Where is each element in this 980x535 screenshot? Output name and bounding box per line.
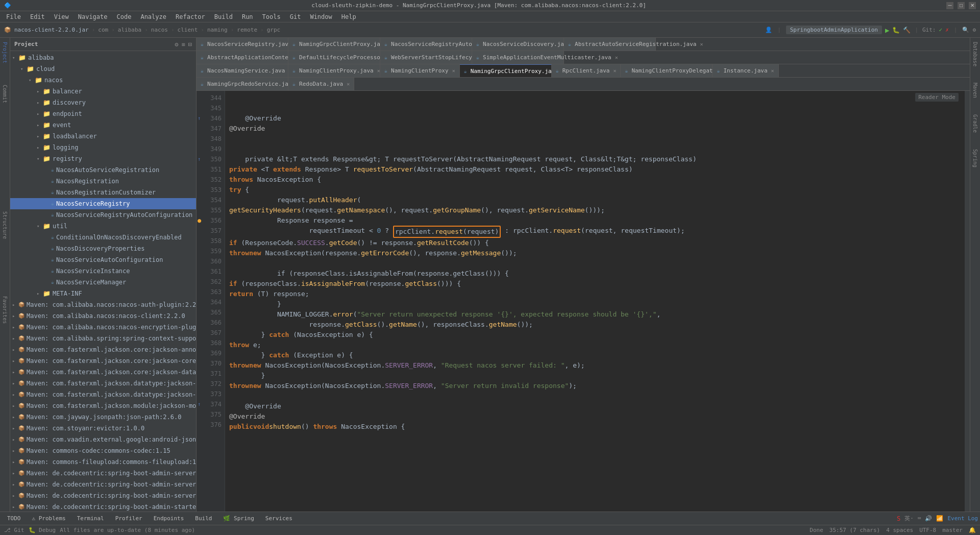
tree-item-maven--com-alibaba-nacos-nacos-client-2-2-0[interactable]: ▸📦Maven: com.alibaba.nacos:nacos-client:… [10, 310, 196, 322]
database-panel-icon[interactable]: Database [971, 40, 979, 68]
maximize-button[interactable]: □ [958, 2, 965, 9]
git-branch[interactable]: master [942, 527, 963, 533]
tab-naming-client-proxy-java[interactable]: ☕NamingClientProxy.java✕ [288, 64, 380, 77]
tab-nacos-service-registry[interactable]: ☕NacosServiceRegistry.java✕ [197, 38, 288, 51]
favorites-panel-icon[interactable]: Favorites [1, 294, 9, 326]
tab-web-server-start[interactable]: ☕WebServerStartStopLifecycle.java✕ [380, 51, 472, 64]
tree-item-maven--de-codecentric-spring-boot-admin-server-ui-2-6-6[interactable]: ▸📦Maven: de.codecentric:spring-boot-admi… [10, 490, 196, 501]
run-config[interactable]: SpringbootAdminApplication [786, 26, 882, 34]
tree-item-maven--com-vaadin-external-google-android-json-0-0-20131108-vaadin---[interactable]: ▸📦Maven: com.vaadin.external.google:andr… [10, 434, 196, 445]
tree-item-conditionalonnacosdiscoveryenabled[interactable]: ☕ConditionalOnNacosDiscoveryEnabled [10, 232, 196, 243]
tree-item-discovery[interactable]: ▸📁discovery [10, 97, 196, 108]
close-button[interactable]: ✕ [969, 2, 976, 9]
tree-item-maven--commons-codec-commons-codec-1-15[interactable]: ▸📦Maven: commons-codec:commons-codec:1.1… [10, 445, 196, 456]
tree-item-maven--com-fasterxml-jackson-datatype-jackson-datatype-jdk8-2-13-4[interactable]: ▸📦Maven: com.fasterxml.jackson.datatype:… [10, 378, 196, 389]
tab-default-lifecycle[interactable]: ☕DefaultLifecycleProcessor.java✕ [288, 51, 380, 64]
spring-panel-icon[interactable]: Spring [971, 147, 979, 169]
bc-alibaba[interactable]: alibaba [118, 27, 141, 33]
tree-item-nacosdiscoveryproperties[interactable]: ☕NacosDiscoveryProperties [10, 243, 196, 254]
tree-item-maven--de-codecentric-spring-boot-admin-starter-server-2-6-6[interactable]: ▸📦Maven: de.codecentric:spring-boot-admi… [10, 501, 196, 512]
tree-item-util[interactable]: ▾📁util [10, 221, 196, 232]
sidebar-gear-icon[interactable]: ⚙ [175, 41, 178, 48]
tab-naming-grpc-proxy-1[interactable]: ☕NamingGrpcClientProxy.java✕ [288, 38, 380, 51]
build-button[interactable]: 🔨 [903, 27, 911, 34]
tab-nacos-registry-auto-config[interactable]: ☕NacosServiceRegistryAutoConfiguration.j… [380, 38, 472, 51]
maven-panel-icon[interactable]: Maven [971, 81, 979, 100]
tree-item-nacosautoserviceregistration[interactable]: ☕NacosAutoServiceRegistration [10, 164, 196, 176]
tree-item-endpoint[interactable]: ▸📁endpoint [10, 108, 196, 119]
debug-button[interactable]: 🐛 [892, 27, 900, 34]
indent-settings[interactable]: 4 spaces [886, 527, 913, 533]
tab-nacos-service-discovery[interactable]: ☕NacosServiceDiscovery.java✕ [472, 38, 564, 51]
bc-grpc[interactable]: grpc [267, 27, 281, 33]
tree-item-maven--de-codecentric-spring-boot-admin-server-cloud-2-6-6[interactable]: ▸📦Maven: de.codecentric:spring-boot-admi… [10, 479, 196, 490]
tab-terminal[interactable]: Terminal [72, 514, 109, 523]
tab-endpoints[interactable]: Endpoints [149, 514, 189, 523]
tab-naming-grpc-proxy-active[interactable]: ☕NamingGrpcClientProxy.java✕ [460, 64, 552, 77]
tree-item-maven--com-fasterxml-jackson-core-jackson-databind-2-13-4-2[interactable]: ▸📦Maven: com.fasterxml.jackson.core:jack… [10, 367, 196, 378]
commit-panel-icon[interactable]: Commit [1, 83, 9, 105]
gear-icon[interactable]: ⚙ [972, 27, 976, 33]
menu-navigate[interactable]: Navigate [74, 12, 112, 21]
bc-nacos[interactable]: nacos [151, 27, 168, 33]
menu-code[interactable]: Code [113, 12, 136, 21]
project-panel-icon[interactable]: Project [1, 40, 9, 65]
tree-item-nacosserviceautoconfiguration[interactable]: ☕NacosServiceAutoConfiguration [10, 254, 196, 265]
tree-item-loadbalancer[interactable]: ▸📁loadbalancer [10, 131, 196, 142]
debug-tab[interactable]: 🐛 Debug [29, 527, 56, 533]
tab-nacos-naming-service[interactable]: ☕NacosNamingService.java✕ [197, 64, 288, 77]
bc-com[interactable]: com [98, 27, 108, 33]
tree-item-logging[interactable]: ▸📁logging [10, 142, 196, 153]
event-log-link[interactable]: Event Log [947, 515, 978, 522]
tab-redo-data[interactable]: ☕RedoData.java✕ [288, 78, 354, 90]
tree-item-maven--com-alibaba-spring-spring-context-support-1-0-11[interactable]: ▸📦Maven: com.alibaba.spring:spring-conte… [10, 333, 196, 344]
gradle-panel-icon[interactable]: Gradle [971, 112, 979, 135]
search-icon[interactable]: 🔍 [962, 27, 969, 33]
tab-profiler[interactable]: Profiler [110, 514, 148, 523]
window-controls[interactable]: ─ □ ✕ [946, 2, 976, 9]
run-button[interactable]: ▶ [885, 26, 889, 34]
menu-run[interactable]: Run [238, 12, 257, 21]
tree-item-cloud[interactable]: ▾📁cloud [10, 63, 196, 75]
sidebar-collapse-icon[interactable]: ⊟ [188, 41, 192, 48]
tab-naming-client-proxy-iface[interactable]: ☕NamingClientProxy✕ [380, 64, 460, 77]
tab-build[interactable]: Build [190, 514, 217, 523]
tab-services[interactable]: Services [260, 514, 298, 523]
tree-item-maven--commons-fileupload-commons-fileupload-1-4[interactable]: ▸📦Maven: commons-fileupload:commons-file… [10, 456, 196, 468]
tree-item-nacosserviceregistry[interactable]: ☕NacosServiceRegistry [10, 198, 196, 209]
menu-tools[interactable]: Tools [258, 12, 285, 21]
tree-item-event[interactable]: ▸📁event [10, 119, 196, 131]
tree-item-maven--com-alibaba-nacos-nacos-encryption-plugin-2-2-0[interactable]: ▸📦Maven: com.alibaba.nacos:nacos-encrypt… [10, 322, 196, 333]
tab-simple-app-event[interactable]: ☕SimpleApplicationEventMulticaster.java✕ [472, 51, 564, 64]
tree-item-nacosservicemanager[interactable]: ☕NacosServiceManager [10, 277, 196, 288]
menu-build[interactable]: Build [210, 12, 237, 21]
tree-item-nacosregistration[interactable]: ☕NacosRegistration [10, 176, 196, 187]
tree-item-maven--com-fasterxml-jackson-module-jackson-module-parameter-na---[interactable]: ▸📦Maven: com.fasterxml.jackson.module:ja… [10, 400, 196, 411]
tree-item-maven--com-fasterxml-jackson-datatype-jackson-datatype-jsr310-2-13---[interactable]: ▸📦Maven: com.fasterxml.jackson.datatype:… [10, 389, 196, 400]
tab-spring[interactable]: 🌿 Spring [218, 514, 259, 523]
tree-item-balancer[interactable]: ▸📁balancer [10, 86, 196, 97]
tab-naming-grpc-redo[interactable]: ☕NamingGrpcRedoService.java✕ [197, 78, 288, 90]
encoding-label[interactable]: UTF-8 [919, 527, 936, 533]
tab-rpc-client[interactable]: ☕RpcClient.java✕ [552, 64, 621, 77]
minimize-button[interactable]: ─ [946, 2, 953, 9]
menu-window[interactable]: Window [306, 12, 336, 21]
tab-abstract-auto-service[interactable]: ☕AbstractAutoServiceRegistration.java✕ [564, 38, 656, 51]
tree-item-registry[interactable]: ▾📁registry [10, 153, 196, 164]
tab-todo[interactable]: TODO [2, 514, 26, 523]
tree-item-meta-inf[interactable]: ▸📁META-INF [10, 288, 196, 299]
tree-item-maven--de-codecentric-spring-boot-admin-server-2-6-6[interactable]: ▸📦Maven: de.codecentric:spring-boot-admi… [10, 468, 196, 479]
tree-item-nacosserviceinstance[interactable]: ☕NacosServiceInstance [10, 265, 196, 277]
code-content-area[interactable]: @Override @Override private &lt;T extend… [225, 91, 965, 512]
tree-item-alibaba[interactable]: ▾📁alibaba [10, 52, 196, 63]
sidebar-layout-icon[interactable]: ≡ [182, 41, 185, 48]
bc-client[interactable]: client [178, 27, 198, 33]
tree-item-nacosregistrationcustomizer[interactable]: ☕NacosRegistrationCustomizer [10, 187, 196, 198]
tree-item-nacos[interactable]: ▾📁nacos [10, 75, 196, 86]
menu-refactor[interactable]: Refactor [172, 12, 209, 21]
menu-help[interactable]: Help [337, 12, 360, 21]
tab-problems[interactable]: ⚠ Problems [27, 514, 71, 523]
vertical-scrollbar[interactable] [965, 91, 970, 512]
menu-file[interactable]: File [2, 12, 25, 21]
structure-panel-icon[interactable]: Structure [1, 209, 9, 241]
